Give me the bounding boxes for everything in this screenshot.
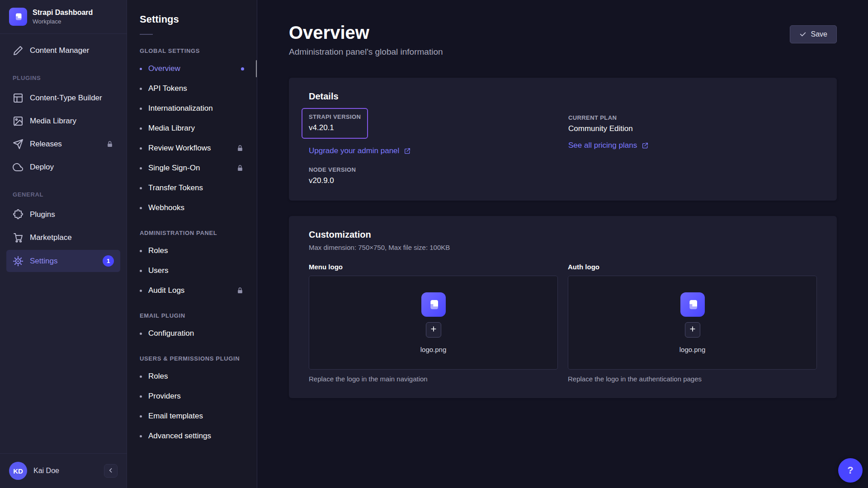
details-card: Details STRAPI VERSION v4.20.1 Upgrade y… [289,78,837,201]
bullet-dot [140,88,142,90]
bullet-dot [140,127,142,130]
help-button[interactable]: ? [838,458,863,483]
subnav-item-api-tokens[interactable]: API Tokens [132,79,251,99]
subnav-item-label: API Tokens [148,84,187,94]
bullet-dot [140,415,142,418]
menu-logo-upload-box[interactable]: logo.png [309,276,558,370]
save-button[interactable]: Save [790,25,837,43]
sidebar-item-content-manager[interactable]: Content Manager [6,40,120,61]
sidebar-item-label: Marketplace [30,232,72,243]
bullet-dot [140,270,142,272]
collapse-sidebar-button[interactable] [104,464,118,478]
notification-dot [241,67,244,70]
subnav-item-admin-users[interactable]: Users [132,261,251,281]
sidebar-item-plugins[interactable]: Plugins [6,204,120,225]
sidebar-item-deploy[interactable]: Deploy [6,156,120,178]
layout-icon [13,93,24,103]
question-mark-icon: ? [847,465,853,476]
menu-logo-label: Menu logo [309,263,558,271]
upgrade-admin-panel-link[interactable]: Upgrade your admin panel [309,146,411,155]
sidebar-item-media-library[interactable]: Media Library [6,110,120,132]
auth-logo-field: Auth logo logo.png Replace the logo in t… [568,263,817,383]
menu-logo-add-button[interactable] [426,322,441,338]
strapi-version-label: STRAPI VERSION [309,113,361,120]
sidebar-item-label: Settings [30,256,57,267]
sidebar-item-content-type-builder[interactable]: Content-Type Builder [6,87,120,109]
subnav-item-overview[interactable]: Overview [132,59,251,79]
subnav-item-label: Single Sign-On [148,163,200,173]
bullet-dot [140,375,142,378]
menu-logo-filename: logo.png [420,346,447,353]
node-version-value: v20.9.0 [309,176,557,185]
details-heading: Details [309,91,817,102]
auth-logo-label: Auth logo [568,263,817,271]
sidebar-item-label: Plugins [30,209,55,220]
external-link-icon [642,142,649,149]
subnav-item-label: Advanced settings [148,431,211,441]
pricing-plans-link[interactable]: See all pricing plans [568,141,649,150]
subnav-item-label: Webhooks [148,203,184,213]
subnav-item-advanced-settings[interactable]: Advanced settings [132,426,251,446]
bullet-dot [140,68,142,70]
subnav-section-administration-panel: ADMINISTRATION PANEL [127,218,257,241]
auth-logo-upload-box[interactable]: logo.png [568,276,817,370]
pricing-link-label: See all pricing plans [568,141,637,150]
page-title-block: Overview Administration panel's global i… [289,23,443,57]
settings-subnav: Settings GLOBAL SETTINGS Overview API To… [127,0,257,488]
sidebar-item-label: Content-Type Builder [30,93,102,103]
customization-constraints: Max dimension: 750×750, Max file size: 1… [309,244,817,251]
chevron-left-icon [107,467,114,475]
subnav-item-review-workflows[interactable]: Review Workflows [132,138,251,158]
bullet-dot [140,147,142,150]
bullet-dot [140,187,142,189]
subnav-item-up-roles[interactable]: Roles [132,366,251,386]
bullet-dot [140,207,142,209]
sidebar-item-settings[interactable]: Settings 1 [6,250,120,272]
page-subtitle: Administration panel's global informatio… [289,47,443,57]
page-title: Overview [289,23,443,42]
auth-logo-add-button[interactable] [685,322,700,338]
menu-logo-field: Menu logo logo.png Replace the logo in t… [309,263,558,383]
sidebar-item-marketplace[interactable]: Marketplace [6,227,120,249]
bullet-dot [140,333,142,335]
subnav-item-admin-roles[interactable]: Roles [132,241,251,261]
subnav-item-webhooks[interactable]: Webhooks [132,198,251,218]
app-window: Strapi Dashboard Workplace Content Manag… [0,0,868,488]
puzzle-icon [13,209,24,220]
subnav-section-global-settings: GLOBAL SETTINGS [127,36,257,59]
main-content: Overview Administration panel's global i… [257,0,868,488]
subnav-item-configuration[interactable]: Configuration [132,324,251,343]
subnav-section-users-permissions-plugin: USERS & PERMISSIONS PLUGIN [127,343,257,366]
brand-workplace: Workplace [33,18,93,25]
main-sidebar: Strapi Dashboard Workplace Content Manag… [0,0,127,488]
nav-section-general: GENERAL [0,179,127,202]
subnav-item-media-library[interactable]: Media Library [132,118,251,138]
subnav-item-email-templates[interactable]: Email templates [132,406,251,426]
bullet-dot [140,108,142,110]
subnav-item-internationalization[interactable]: Internationalization [132,99,251,118]
user-avatar[interactable]: KD [9,462,27,480]
strapi-logo-icon [9,8,27,26]
sidebar-item-label: Media Library [30,116,76,127]
node-version-label: NODE VERSION [309,166,557,173]
plus-icon [429,325,438,334]
sidebar-item-releases[interactable]: Releases [6,133,120,155]
subnav-item-single-sign-on[interactable]: Single Sign-On [132,158,251,178]
menu-logo-caption: Replace the logo in the main navigation [309,375,558,383]
strapi-version-value: v4.20.1 [309,123,361,132]
subnav-item-providers[interactable]: Providers [132,386,251,406]
subnav-item-label: Transfer Tokens [148,183,203,193]
workspace-brand[interactable]: Strapi Dashboard Workplace [0,0,127,34]
subnav-item-transfer-tokens[interactable]: Transfer Tokens [132,178,251,198]
subnav-item-label: Internationalization [148,103,213,113]
subnav-item-label: Audit Logs [148,286,184,296]
sidebar-item-label: Releases [30,139,62,150]
brand-name: Strapi Dashboard [33,9,93,17]
sidebar-item-label: Content Manager [30,45,89,56]
page-header: Overview Administration panel's global i… [289,0,837,57]
nav-section-plugins: PLUGINS [0,63,127,86]
current-plan-value: Community Edition [568,124,817,133]
bullet-dot [140,395,142,398]
subnav-item-audit-logs[interactable]: Audit Logs [132,281,251,300]
bullet-dot [140,250,142,252]
